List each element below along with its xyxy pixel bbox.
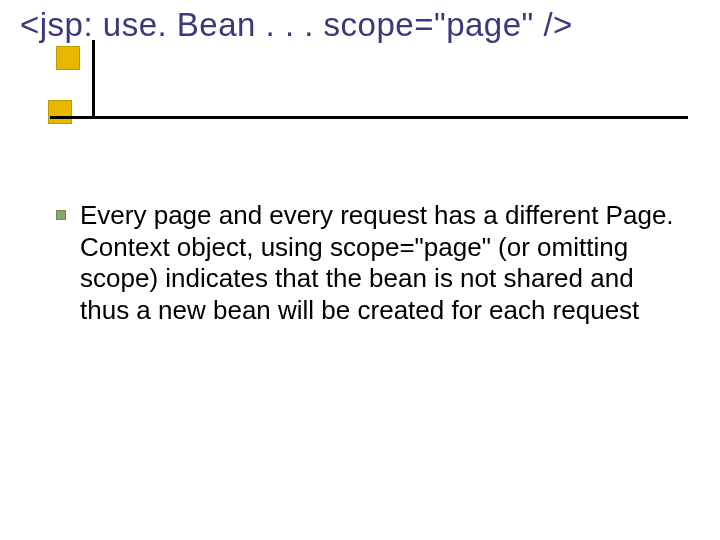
title-area: <jsp: use. Bean . . . scope="page" />: [18, 6, 702, 120]
slide-title: <jsp: use. Bean . . . scope="page" />: [18, 6, 702, 44]
bullet-text: Every page and every request has a diffe…: [80, 200, 682, 327]
accent-square-icon: [56, 46, 80, 70]
slide-container: <jsp: use. Bean . . . scope="page" /> Ev…: [0, 0, 720, 540]
title-decoration: [18, 50, 702, 120]
vertical-divider: [92, 40, 95, 116]
accent-square-icon: [48, 100, 72, 124]
bullet-icon: [56, 210, 66, 220]
body-area: Every page and every request has a diffe…: [18, 200, 702, 327]
list-item: Every page and every request has a diffe…: [56, 200, 682, 327]
horizontal-divider: [50, 116, 688, 119]
